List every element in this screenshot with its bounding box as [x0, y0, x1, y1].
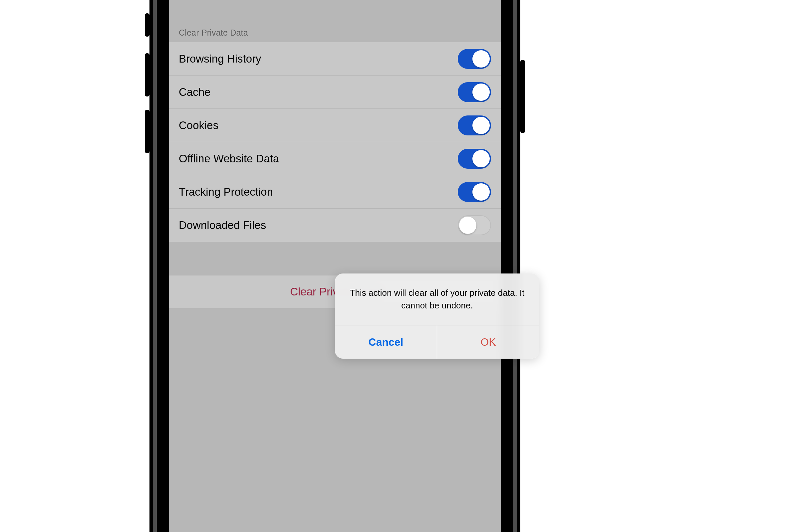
phone-frame: Clear Private Data Browsing History Cach… — [149, 0, 520, 532]
toggle-tracking-protection[interactable] — [458, 182, 491, 202]
row-tracking-protection: Tracking Protection — [169, 175, 501, 209]
row-browsing-history: Browsing History — [169, 42, 501, 76]
row-label: Tracking Protection — [179, 186, 273, 198]
side-button-mute — [145, 13, 149, 37]
toggle-knob — [472, 183, 490, 201]
cancel-button[interactable]: Cancel — [335, 325, 437, 359]
section-gap — [169, 242, 501, 275]
ok-button[interactable]: OK — [437, 325, 539, 359]
toggle-knob — [472, 150, 490, 167]
phone-bezel: Clear Private Data Browsing History Cach… — [153, 0, 517, 532]
row-cache: Cache — [169, 76, 501, 109]
section-header: Clear Private Data — [169, 19, 501, 42]
side-button-power — [520, 60, 525, 133]
phone-bezel-inner: Clear Private Data Browsing History Cach… — [157, 0, 513, 532]
toggle-cache[interactable] — [458, 82, 491, 102]
row-label: Browsing History — [179, 53, 261, 65]
row-label: Cookies — [179, 119, 218, 132]
settings-list: Browsing History Cache Cookies — [169, 42, 501, 242]
row-offline-website-data: Offline Website Data — [169, 142, 501, 175]
alert-buttons: Cancel OK — [335, 325, 539, 359]
toggle-browsing-history[interactable] — [458, 49, 491, 69]
alert-message: This action will clear all of your priva… — [335, 273, 539, 325]
toggle-knob — [472, 83, 490, 101]
row-label: Offline Website Data — [179, 152, 279, 165]
toggle-knob — [472, 50, 490, 68]
screen: Clear Private Data Browsing History Cach… — [169, 0, 501, 532]
stage: Clear Private Data Browsing History Cach… — [0, 0, 799, 532]
toggle-downloaded-files[interactable] — [458, 215, 491, 235]
toggle-knob — [459, 216, 477, 234]
row-downloaded-files: Downloaded Files — [169, 209, 501, 242]
toggle-knob — [472, 117, 490, 134]
toggle-offline-website-data[interactable] — [458, 149, 491, 169]
row-cookies: Cookies — [169, 109, 501, 142]
side-button-volume-down — [145, 110, 149, 153]
row-label: Cache — [179, 86, 210, 98]
row-label: Downloaded Files — [179, 219, 266, 232]
confirm-alert: This action will clear all of your priva… — [335, 273, 539, 359]
toggle-cookies[interactable] — [458, 115, 491, 135]
side-button-volume-up — [145, 53, 149, 96]
